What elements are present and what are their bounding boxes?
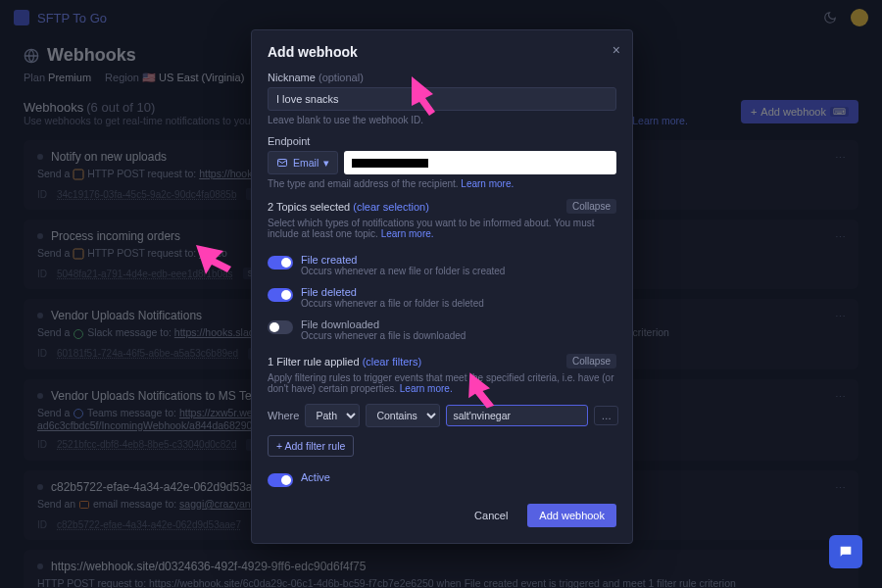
filter-field-select[interactable]: Path [305, 404, 360, 427]
cancel-button[interactable]: Cancel [463, 504, 519, 527]
close-icon[interactable]: × [612, 42, 620, 58]
add-webhook-modal: × Add webhook Nickname (optional) Leave … [251, 29, 633, 544]
chat-fab[interactable] [829, 535, 862, 568]
mail-icon [276, 157, 288, 169]
learn-more-link[interactable]: Learn more. [461, 178, 514, 189]
learn-more-link[interactable]: Learn more. [381, 228, 434, 239]
chevron-down-icon: ▾ [323, 157, 329, 169]
endpoint-input[interactable] [344, 151, 616, 174]
topics-label: 2 Topics selected [268, 201, 350, 213]
endpoint-help: The type and email address of the recipi… [268, 178, 459, 189]
topic-toggle[interactable] [268, 288, 293, 302]
endpoint-type-select[interactable]: Email ▾ [268, 151, 338, 174]
topic-row: File deletedOccurs whenever a file or fo… [268, 281, 616, 314]
filter-menu-button[interactable]: … [594, 406, 618, 425]
filter-label: 1 Filter rule applied [268, 356, 360, 368]
topic-desc: Occurs whenever a new file or folder is … [301, 266, 505, 276]
submit-button[interactable]: Add webhook [527, 504, 616, 527]
redacted-value [352, 159, 428, 168]
endpoint-label: Endpoint [268, 135, 616, 147]
topic-toggle[interactable] [268, 320, 293, 334]
chat-icon [838, 544, 854, 560]
nickname-input[interactable] [268, 87, 616, 111]
topic-name: File deleted [301, 286, 484, 298]
topic-desc: Occurs whenever a file is downloaded [301, 330, 466, 341]
nickname-label: Nickname (optional) [268, 72, 616, 83]
learn-more-link[interactable]: Learn more. [400, 383, 453, 394]
filter-operator-select[interactable]: Contains [366, 404, 440, 427]
modal-title: Add webhook [268, 44, 616, 60]
active-label: Active [301, 471, 330, 483]
topic-name: File downloaded [301, 318, 466, 330]
topic-desc: Occurs whenever a file or folder is dele… [301, 298, 484, 309]
where-label: Where [268, 410, 299, 421]
filter-value-input[interactable] [446, 405, 588, 426]
topic-row: File createdOccurs whenever a new file o… [268, 249, 616, 281]
topic-toggle[interactable] [268, 256, 293, 270]
clear-selection-link[interactable]: (clear selection) [353, 201, 429, 213]
active-toggle[interactable] [268, 473, 293, 487]
clear-filters-link[interactable]: (clear filters) [363, 356, 422, 368]
active-row: Active [268, 466, 616, 492]
collapse-button[interactable]: Collapse [566, 354, 616, 368]
add-filter-rule-button[interactable]: + Add filter rule [268, 435, 354, 457]
collapse-button[interactable]: Collapse [566, 199, 616, 214]
nickname-help: Leave blank to use the webhook ID. [268, 115, 616, 125]
topic-name: File created [301, 254, 505, 266]
filter-rule-row: Where Path Contains … [268, 404, 616, 427]
topic-row: File downloadedOccurs whenever a file is… [268, 314, 616, 346]
